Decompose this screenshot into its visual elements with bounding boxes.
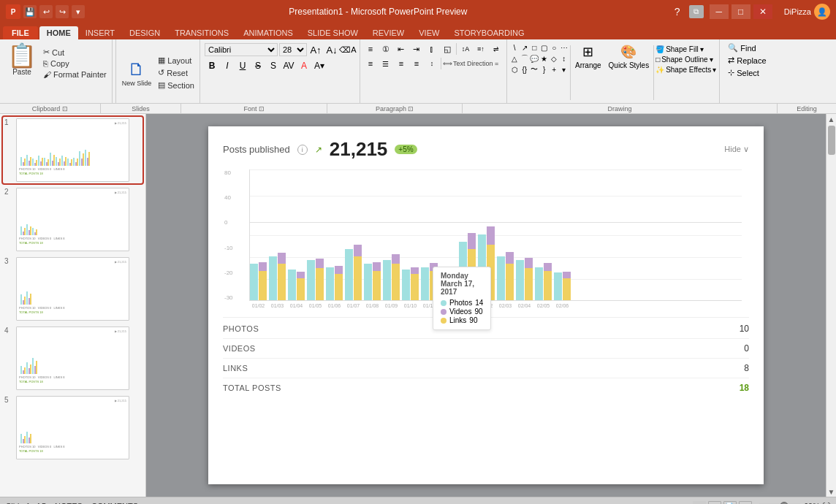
shape-fill-btn[interactable]: 🪣 Shape Fill ▾ [656, 45, 716, 53]
hide-button[interactable]: Hide ∨ [724, 145, 749, 154]
align-right-btn[interactable]: ≡ [394, 57, 408, 70]
shape-tri[interactable]: △ [510, 53, 520, 64]
shape-line[interactable]: \ [510, 42, 520, 53]
align-left-btn[interactable]: ≡ [363, 57, 378, 70]
find-button[interactable]: 🔍 Find [726, 42, 768, 53]
para-expand-icon[interactable]: ⊡ [408, 105, 414, 112]
notes-btn[interactable]: NOTES [55, 502, 83, 505]
strikethrough-btn[interactable]: S [251, 58, 265, 73]
fit-slide-btn[interactable]: ⛶ [822, 502, 830, 505]
comments-btn[interactable]: COMMENTS [91, 502, 138, 505]
save-qat-btn[interactable]: 💾 [23, 5, 37, 18]
increase-indent-btn[interactable]: ⇥ [409, 42, 424, 56]
shape-scroll[interactable]: ↕ [559, 53, 569, 64]
slide-canvas[interactable]: Posts published i ↗ 21,215 +5% Hide ∨ 80… [208, 126, 764, 484]
slide-sorter-btn[interactable]: ⊞ [708, 501, 721, 505]
underline-btn[interactable]: U [235, 58, 250, 73]
italic-btn[interactable]: I [220, 58, 235, 73]
customize-qat-btn[interactable]: ▾ [72, 5, 85, 18]
reset-button[interactable]: ↺ Reset [156, 67, 197, 78]
tab-home[interactable]: HOME [39, 26, 78, 39]
maximize-btn[interactable]: □ [732, 4, 750, 19]
select-button[interactable]: ⊹ Select [726, 67, 768, 78]
close-btn[interactable]: ✕ [753, 4, 772, 19]
redo-qat-btn[interactable]: ↪ [56, 5, 69, 18]
font-expand-icon[interactable]: ⊡ [259, 105, 265, 112]
tab-view[interactable]: VIEW [411, 26, 446, 39]
slideshow-btn[interactable]: ▶ [739, 501, 752, 505]
font-family-select[interactable]: Calibri [205, 43, 278, 56]
scroll-up-btn[interactable]: ▲ [826, 114, 837, 124]
scroll-thumb[interactable] [828, 126, 835, 155]
numbering-btn[interactable]: ① [379, 42, 393, 56]
minimize-btn[interactable]: ─ [710, 4, 729, 19]
copy-button[interactable]: ⎘ Copy [41, 58, 109, 69]
reading-view-btn[interactable]: 📄 [723, 501, 737, 505]
align-center-btn[interactable]: ☰ [379, 57, 393, 70]
convert-smartart-btn[interactable]: ⇌ [489, 42, 503, 56]
help-button[interactable]: ? [672, 6, 683, 18]
smart-art-btn[interactable]: ◱ [440, 42, 455, 56]
increase-font-btn[interactable]: A↑ [308, 42, 323, 57]
tab-animations[interactable]: ANIMATIONS [236, 26, 300, 39]
shape-rect[interactable]: □ [530, 42, 539, 53]
clear-format-btn[interactable]: ⌫A [341, 42, 355, 57]
cut-button[interactable]: ✂ Cut [41, 47, 109, 58]
tab-transitions[interactable]: TRANSITIONS [167, 26, 236, 39]
shape-diamond[interactable]: ◇ [550, 53, 559, 64]
text-direction-label[interactable]: ⟺ Text Direction = [443, 60, 498, 67]
zoom-thumb[interactable] [780, 502, 788, 505]
text-dir-btn[interactable]: ↕A [458, 42, 473, 56]
shape-brace[interactable]: } [539, 64, 549, 75]
slide-thumb-2[interactable]: 2 ▶ 21,215 PHOTOS 10 VIDEOS 0 LINKS 8 TO… [3, 186, 142, 253]
section-button[interactable]: ▤ Section [156, 80, 197, 91]
quick-styles-button[interactable]: 🎨 Quick Styles [606, 42, 653, 71]
decrease-font-btn[interactable]: A↓ [324, 42, 339, 57]
tab-file[interactable]: FILE [3, 26, 38, 39]
decrease-indent-btn[interactable]: ⇤ [394, 42, 408, 56]
undo-qat-btn[interactable]: ↩ [39, 5, 53, 18]
replace-button[interactable]: ⇄ Replace [726, 55, 768, 66]
layout-button[interactable]: ▦ Layout [156, 55, 197, 66]
clipboard-expand-icon[interactable]: ⊡ [62, 105, 68, 112]
slide-thumb-4[interactable]: 4 ▶ 21,215 PHOTOS 10 VIDEOS 0 LINKS 8 TO… [3, 325, 142, 392]
slide-thumb-1[interactable]: 1 ▶ 21,215 [3, 117, 142, 183]
arrange-button[interactable]: ⊞ Arrange [572, 42, 604, 71]
restore-down-btn[interactable]: ⧉ [689, 5, 704, 18]
shape-more[interactable]: ⋯ [559, 42, 569, 53]
shape-outline-btn[interactable]: □ Shape Outline ▾ [656, 56, 716, 64]
scroll-down-btn[interactable]: ▼ [826, 486, 837, 497]
line-spacing-btn[interactable]: ↕ [425, 57, 439, 70]
shape-expand[interactable]: ▾ [559, 64, 569, 75]
font-color-btn[interactable]: A [297, 58, 311, 73]
shape-effects-btn[interactable]: ✨ Shape Effects ▾ [656, 66, 716, 74]
slide-thumb-5[interactable]: 5 ▶ 21,215 PHOTOS 10 VIDEOS 0 LINKS 8 TO… [3, 394, 142, 461]
align-text-btn[interactable]: ≡↑ [474, 42, 488, 56]
bold-btn[interactable]: B [205, 58, 219, 73]
user-avatar[interactable]: 👤 [814, 4, 830, 20]
canvas-area[interactable]: Posts published i ↗ 21,215 +5% Hide ∨ 80… [146, 114, 826, 497]
shape-arrow[interactable]: ↗ [520, 42, 529, 53]
shape-curve[interactable]: ⌒ [520, 53, 529, 64]
tab-insert[interactable]: INSERT [78, 26, 122, 39]
shape-star[interactable]: ★ [539, 53, 549, 64]
shape-oval[interactable]: ○ [550, 42, 559, 53]
info-icon[interactable]: i [297, 145, 308, 155]
shape-round-rect[interactable]: ▢ [539, 42, 549, 53]
tab-design[interactable]: DESIGN [122, 26, 167, 39]
new-slide-button[interactable]: 🗋 New Slide [119, 58, 155, 88]
bullets-btn[interactable]: ≡ [363, 42, 378, 56]
font-size-select[interactable]: 28 [279, 43, 307, 56]
shape-wave[interactable]: 〜 [530, 64, 539, 75]
shape-hex[interactable]: ⬡ [510, 64, 520, 75]
char-spacing-btn[interactable]: AV [281, 58, 296, 73]
highlight-btn[interactable]: A▾ [312, 58, 327, 73]
normal-view-btn[interactable]: ▤ [693, 501, 706, 505]
tab-review[interactable]: REVIEW [365, 26, 411, 39]
shape-plus[interactable]: + [550, 64, 559, 75]
tab-slideshow[interactable]: SLIDE SHOW [300, 26, 365, 39]
columns-btn[interactable]: ⫿ [425, 42, 439, 56]
shape-callout[interactable]: 💬 [530, 53, 539, 64]
slide-thumb-3[interactable]: 3 ▶ 21,215 PHOTOS 10 VIDEOS 0 LINKS 8 TO… [3, 256, 142, 322]
shape-bracket[interactable]: {} [520, 64, 529, 75]
